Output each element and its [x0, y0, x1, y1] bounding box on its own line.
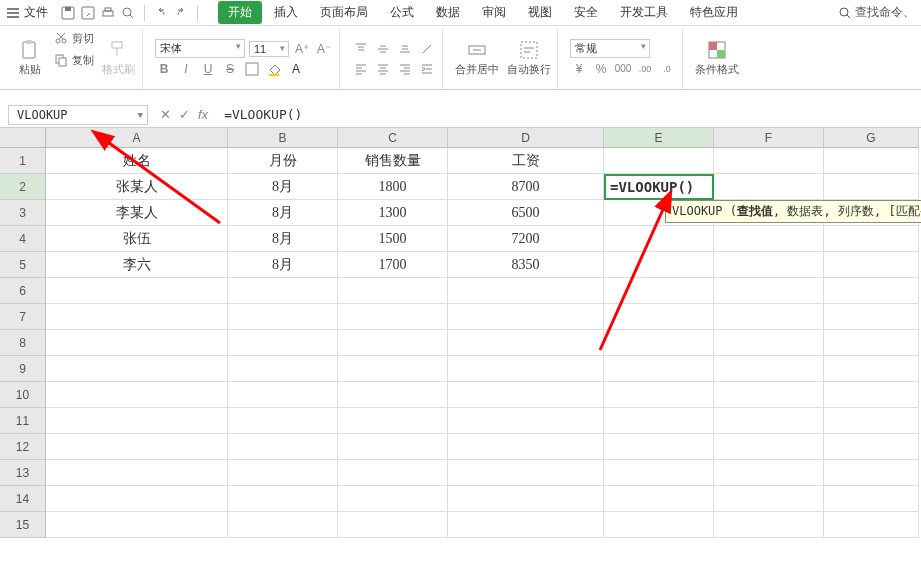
file-menu[interactable]: 文件: [24, 4, 48, 21]
cell[interactable]: [714, 382, 824, 408]
undo-icon[interactable]: [153, 5, 169, 21]
cell[interactable]: [824, 434, 919, 460]
name-box-dropdown-icon[interactable]: ▼: [138, 110, 143, 120]
cell[interactable]: [228, 486, 338, 512]
row-header-2[interactable]: 2: [0, 174, 46, 200]
cell[interactable]: [604, 278, 714, 304]
cell[interactable]: [824, 252, 919, 278]
cell[interactable]: [338, 278, 448, 304]
cell[interactable]: [824, 226, 919, 252]
row-header-4[interactable]: 4: [0, 226, 46, 252]
cell[interactable]: [228, 278, 338, 304]
increase-font-icon[interactable]: A⁺: [293, 40, 311, 58]
cell[interactable]: [714, 226, 824, 252]
cell[interactable]: [448, 512, 604, 538]
search-command[interactable]: 查找命令、: [839, 4, 915, 21]
indent-icon[interactable]: [418, 60, 436, 78]
underline-icon[interactable]: U: [199, 60, 217, 78]
cell[interactable]: [228, 330, 338, 356]
row-header-3[interactable]: 3: [0, 200, 46, 226]
cell[interactable]: [604, 356, 714, 382]
font-name-select[interactable]: 宋体: [155, 39, 245, 58]
row-header-6[interactable]: 6: [0, 278, 46, 304]
cell[interactable]: 8月: [228, 174, 338, 200]
fx-icon[interactable]: fx: [198, 107, 208, 122]
align-middle-icon[interactable]: [374, 40, 392, 58]
cell[interactable]: 8350: [448, 252, 604, 278]
row-header-5[interactable]: 5: [0, 252, 46, 278]
bold-icon[interactable]: B: [155, 60, 173, 78]
cell[interactable]: [338, 408, 448, 434]
row-header-1[interactable]: 1: [0, 148, 46, 174]
cell[interactable]: [228, 512, 338, 538]
tab-insert[interactable]: 插入: [264, 1, 308, 24]
cell[interactable]: 1500: [338, 226, 448, 252]
align-bottom-icon[interactable]: [396, 40, 414, 58]
cell[interactable]: [604, 252, 714, 278]
cell[interactable]: 月份: [228, 148, 338, 174]
border-icon[interactable]: [243, 60, 261, 78]
cell[interactable]: [338, 356, 448, 382]
cell[interactable]: [604, 512, 714, 538]
cell[interactable]: 张某人: [46, 174, 228, 200]
cell[interactable]: [46, 460, 228, 486]
increase-decimal-icon[interactable]: .00: [636, 60, 654, 78]
font-color-icon[interactable]: A: [287, 60, 305, 78]
cell[interactable]: [448, 460, 604, 486]
cell[interactable]: [448, 434, 604, 460]
cell[interactable]: [228, 356, 338, 382]
cell[interactable]: [338, 330, 448, 356]
cell[interactable]: [604, 460, 714, 486]
cell[interactable]: [338, 382, 448, 408]
cell[interactable]: [46, 382, 228, 408]
redo-icon[interactable]: [173, 5, 189, 21]
save-icon[interactable]: [60, 5, 76, 21]
format-painter-button[interactable]: 格式刷: [100, 28, 136, 89]
cell[interactable]: [604, 408, 714, 434]
cell[interactable]: [228, 382, 338, 408]
save-as-icon[interactable]: [80, 5, 96, 21]
cell[interactable]: 姓名: [46, 148, 228, 174]
cell[interactable]: 工资: [448, 148, 604, 174]
fill-color-icon[interactable]: [265, 60, 283, 78]
row-header-14[interactable]: 14: [0, 486, 46, 512]
cell[interactable]: =VLOOKUP(): [604, 174, 714, 200]
paste-button[interactable]: 粘贴: [12, 28, 48, 89]
decrease-decimal-icon[interactable]: .0: [658, 60, 676, 78]
align-center-icon[interactable]: [374, 60, 392, 78]
cell[interactable]: [604, 148, 714, 174]
tab-page-layout[interactable]: 页面布局: [310, 1, 378, 24]
row-header-15[interactable]: 15: [0, 512, 46, 538]
col-header-G[interactable]: G: [824, 128, 919, 148]
cell[interactable]: [604, 382, 714, 408]
col-header-A[interactable]: A: [46, 128, 228, 148]
cut-button[interactable]: 剪切: [54, 28, 94, 48]
cell[interactable]: 张伍: [46, 226, 228, 252]
cell[interactable]: [448, 382, 604, 408]
hamburger-icon[interactable]: [6, 6, 20, 20]
tab-formulas[interactable]: 公式: [380, 1, 424, 24]
tab-security[interactable]: 安全: [564, 1, 608, 24]
cell[interactable]: [824, 330, 919, 356]
cell[interactable]: [46, 278, 228, 304]
cell[interactable]: [714, 356, 824, 382]
tab-developer[interactable]: 开发工具: [610, 1, 678, 24]
cell[interactable]: [46, 330, 228, 356]
row-header-10[interactable]: 10: [0, 382, 46, 408]
row-header-8[interactable]: 8: [0, 330, 46, 356]
tab-view[interactable]: 视图: [518, 1, 562, 24]
cell[interactable]: [604, 330, 714, 356]
cell[interactable]: [46, 512, 228, 538]
row-header-9[interactable]: 9: [0, 356, 46, 382]
print-preview-icon[interactable]: [120, 5, 136, 21]
orientation-icon[interactable]: [418, 40, 436, 58]
comma-icon[interactable]: 000: [614, 60, 632, 78]
cell[interactable]: [604, 304, 714, 330]
cell[interactable]: [714, 486, 824, 512]
cell[interactable]: [714, 304, 824, 330]
row-header-13[interactable]: 13: [0, 460, 46, 486]
cell[interactable]: [714, 252, 824, 278]
cell[interactable]: [448, 304, 604, 330]
cell[interactable]: 1800: [338, 174, 448, 200]
cell[interactable]: [824, 304, 919, 330]
